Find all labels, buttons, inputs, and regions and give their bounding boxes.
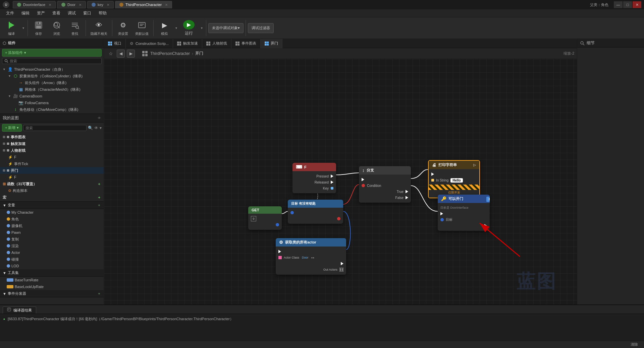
- node-print-expand[interactable]: ▷: [473, 163, 476, 167]
- maximize-button[interactable]: □: [623, 1, 632, 8]
- var-item-pawn[interactable]: Pawn: [0, 229, 104, 236]
- bp-section-macros[interactable]: 宏 ＋: [0, 194, 104, 201]
- pin-pressed[interactable]: Pressed: [292, 173, 336, 179]
- hide-button[interactable]: 👁 隐藏不相关: [88, 19, 110, 38]
- variables-header[interactable]: ▼ 变量 ＋: [0, 202, 104, 209]
- compile-dropdown-button[interactable]: ▾: [21, 19, 25, 38]
- bp-item-constructscript[interactable]: ⚙ 构造脚本: [0, 187, 104, 194]
- add-function-button[interactable]: ＋: [97, 182, 101, 187]
- pin-print-exec[interactable]: [429, 171, 479, 177]
- compiler-results-tab[interactable]: 编译器结果: [3, 306, 36, 314]
- tab-key[interactable]: key ✕: [87, 1, 114, 8]
- tab-close-thirdpersoncharacter[interactable]: ✕: [165, 3, 168, 7]
- save-button[interactable]: 保存: [30, 19, 47, 38]
- pin-exec-in[interactable]: [359, 177, 411, 183]
- node-has-key[interactable]: 目标 有没有钥匙: [288, 200, 343, 224]
- pin-in-string[interactable]: In String Hello: [429, 177, 479, 183]
- blueprint-search-icon[interactable]: 🔍: [88, 126, 93, 130]
- simulate-dropdown-button[interactable]: ▾: [174, 19, 178, 38]
- back-button[interactable]: ◀: [117, 50, 125, 58]
- close-button[interactable]: ✕: [633, 1, 641, 8]
- run-dropdown-button[interactable]: ▾: [199, 19, 204, 38]
- tab-construction[interactable]: ⚙ Construction Scrip...: [126, 39, 173, 48]
- pin-can-open-exec[interactable]: [438, 211, 490, 217]
- class-settings-button[interactable]: ⚙ 类设置: [114, 19, 132, 38]
- tab-raycast[interactable]: 人物射线: [202, 39, 231, 48]
- pin-can-open-out[interactable]: [438, 223, 490, 229]
- simulate-button[interactable]: ▶ 模拟: [156, 19, 173, 38]
- tab-door[interactable]: Door ✕: [57, 1, 86, 8]
- bp-section-raycast[interactable]: ⊞ ⊞ 人物射线: [0, 147, 104, 154]
- tab-viewport[interactable]: 视口: [104, 39, 126, 48]
- node-get[interactable]: GET 0: [248, 206, 282, 230]
- menu-edit[interactable]: 编辑: [18, 10, 33, 17]
- tree-item-mesh[interactable]: ▶ ▦ 网格体（CharacterMesh0）(继承): [11, 86, 104, 93]
- new-blueprint-button[interactable]: + 新增 ▾: [2, 124, 22, 132]
- tree-item-charmovecomp[interactable]: ▶ ↕ 角色移动（CharMoveComp）(继承): [5, 106, 104, 113]
- var-item-render[interactable]: 渲染: [0, 242, 104, 249]
- tree-item-arrow[interactable]: ▶ → 前头组件（Arrow）(继承): [11, 79, 104, 86]
- node-get-actors[interactable]: ⚙ 获取类的所有actor Actor Class Door ●●: [276, 238, 346, 275]
- tab-thirdpersoncharacter[interactable]: ThirdPersonCharacter ✕: [115, 1, 172, 8]
- menu-debug[interactable]: 调试: [64, 10, 79, 17]
- pin-condition[interactable]: Condition: [359, 183, 411, 189]
- add-event-dispatcher-button[interactable]: ＋: [97, 291, 101, 296]
- pin-get-actors-exec-in[interactable]: [276, 249, 346, 255]
- bp-item-f-raycast[interactable]: ⚡ F: [0, 154, 104, 160]
- class-defaults-button[interactable]: 类默认值: [132, 19, 151, 38]
- pin-get-index[interactable]: 0: [248, 216, 282, 222]
- tree-item-capsule[interactable]: ▼ ⬡ 胶囊体组件（CollisionCylinder）(继承): [5, 73, 104, 79]
- pin-actor-class[interactable]: Actor Class Door ●●: [276, 255, 346, 261]
- pin-can-open-target[interactable]: 目标: [438, 217, 490, 223]
- bp-item-eventtick[interactable]: ⚡ 事件Tick: [0, 160, 104, 167]
- run-button[interactable]: ▶ 运行: [179, 19, 199, 38]
- blueprint-search-input[interactable]: [25, 126, 84, 130]
- toolkit-header[interactable]: ▼ 工具集: [0, 269, 104, 277]
- bp-section-events[interactable]: ⊞ ⊞ 事件图表: [0, 134, 104, 140]
- node-branch[interactable]: ↕ 分支 Condition True: [359, 166, 411, 203]
- bp-section-opendoor[interactable]: ⊞ ⊞ 开门: [0, 167, 104, 174]
- debug-filter-button[interactable]: 调试过滤器: [248, 23, 274, 33]
- var-item-actor[interactable]: Actor: [0, 249, 104, 256]
- pin-get-actors-exec-out[interactable]: [276, 261, 346, 267]
- bp-section-functions[interactable]: ⊞ 函数（31可覆盖） ＋: [0, 181, 104, 187]
- bp-section-trigger[interactable]: ⊞ ⊞ 触发加速: [0, 140, 104, 147]
- find-button[interactable]: 查找: [66, 19, 84, 38]
- blueprint-filter-icon[interactable]: ▾: [100, 126, 102, 130]
- breadcrumb-root[interactable]: ThirdPersonCharacter: [150, 51, 190, 56]
- tab-eventgraph[interactable]: 事件图表: [231, 39, 261, 48]
- menu-help[interactable]: 帮助: [95, 10, 110, 17]
- add-variable-button[interactable]: ＋: [97, 203, 101, 208]
- node-can-open[interactable]: 🔑 可以开门 ✉ 目标是 Doorinterface 目标: [438, 195, 490, 231]
- pin-false[interactable]: False: [359, 195, 411, 201]
- var-item-collision[interactable]: 碰撞: [0, 256, 104, 263]
- menu-assets[interactable]: 资产: [34, 10, 48, 17]
- add-component-button[interactable]: + 添加组件 ▾: [2, 49, 102, 57]
- debug-object-selector[interactable]: 未选中调试对象▾: [208, 23, 244, 33]
- pin-key[interactable]: Key: [292, 185, 336, 191]
- browse-button[interactable]: 浏览: [48, 19, 65, 38]
- graph-canvas[interactable]: ⌨ F Pressed Released Key: [104, 59, 577, 304]
- tree-item-cameraboom[interactable]: ▼ 🎥 CameraBoom: [5, 93, 104, 99]
- var-item-replicate[interactable]: 复制: [0, 236, 104, 242]
- pin-has-key-out[interactable]: [288, 216, 343, 222]
- event-dispatcher-header[interactable]: ▼ 事件分发器 ＋: [0, 290, 104, 297]
- var-item-camera[interactable]: 摄像机: [0, 222, 104, 229]
- bookmark-button[interactable]: ☆: [107, 50, 115, 58]
- forward-button[interactable]: ▶: [127, 50, 135, 58]
- var-item-baselookuprate[interactable]: BaseLookUpRate: [0, 283, 104, 290]
- pin-has-key-in[interactable]: [288, 210, 343, 216]
- pin-get-output[interactable]: [248, 222, 282, 228]
- component-search-input[interactable]: [10, 59, 99, 63]
- menu-file[interactable]: 文件: [3, 10, 17, 17]
- menu-view[interactable]: 查看: [49, 10, 64, 17]
- tab-close-door[interactable]: ✕: [79, 3, 82, 7]
- tab-opendoor[interactable]: 开门: [261, 39, 282, 48]
- var-item-mycharacter[interactable]: My Character: [0, 209, 104, 216]
- compile-button[interactable]: 编译: [3, 19, 20, 38]
- var-item-baseturnrate[interactable]: BaseTurnRate: [0, 277, 104, 283]
- node-f-key[interactable]: ⌨ F Pressed Released Key: [292, 163, 336, 193]
- tree-item-self[interactable]: ▼ 👤 ThirdPersonCharacter（自身）: [0, 66, 104, 73]
- pin-released[interactable]: Released: [292, 179, 336, 185]
- node-print-string[interactable]: 🖨 打印字符串 ▷ In String Hello: [428, 160, 480, 198]
